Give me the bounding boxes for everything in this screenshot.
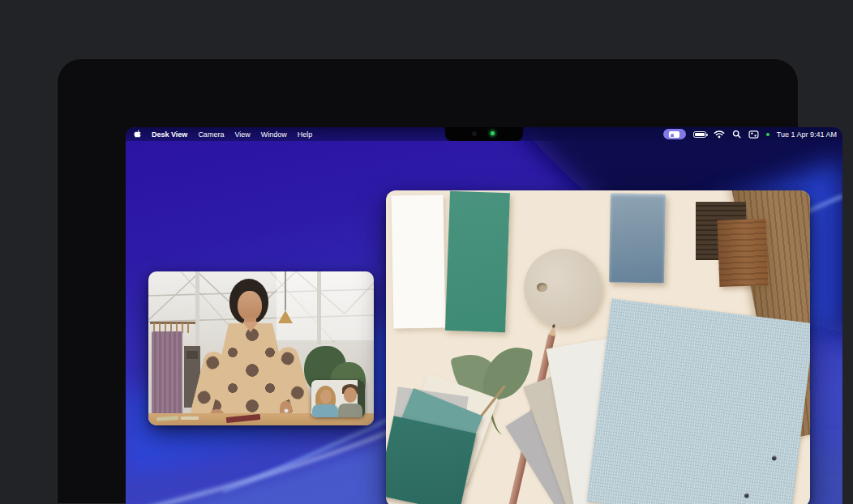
desk-swatch (181, 416, 199, 420)
menu-app-name[interactable]: Desk View (152, 130, 187, 139)
participant-man-face (344, 387, 357, 403)
apple-logo-icon[interactable] (134, 130, 141, 139)
laptop-screen: Desk View Camera View Window Help (126, 127, 842, 504)
participant-woman-face (320, 390, 332, 404)
call-participants-pip[interactable] (311, 380, 365, 417)
pendant-lamp (278, 310, 293, 323)
video-indicator-pill[interactable] (663, 129, 686, 139)
blue-gray-tile-sample (609, 193, 666, 283)
control-center-icon[interactable] (748, 130, 759, 139)
teal-tile-sample (445, 191, 510, 332)
laptop-bezel: Desk View Camera View Window Help (57, 58, 799, 504)
menu-camera[interactable]: Camera (198, 130, 224, 139)
fabric-grommet (771, 455, 777, 461)
menu-bar-clock[interactable]: Tue 1 Apr 9:41 AM (777, 130, 837, 139)
menu-view[interactable]: View (234, 130, 250, 139)
camera-active-dot (766, 133, 769, 136)
brown-wood-sample (718, 219, 769, 287)
loft-column (195, 271, 199, 348)
felt-disc-hole (537, 283, 547, 292)
camera-lens (472, 131, 477, 136)
loft-window-light (276, 271, 374, 340)
screen-share-icon (669, 131, 679, 138)
battery-icon[interactable] (693, 131, 706, 138)
search-icon[interactable] (732, 130, 741, 139)
participant-man-body (338, 404, 362, 417)
presenter-ring (285, 409, 288, 412)
fabric-swatch-blue (587, 299, 810, 504)
white-sample-card (392, 194, 446, 328)
menu-window[interactable]: Window (261, 130, 287, 139)
fabric-grommet (744, 493, 750, 498)
video-call-window[interactable] (148, 271, 374, 425)
camera-notch (445, 127, 523, 141)
desk-view-window[interactable] (386, 190, 810, 504)
hanging-garment (152, 331, 182, 422)
menu-help[interactable]: Help (298, 130, 313, 139)
presenter-face (238, 291, 262, 321)
loft-column (317, 271, 321, 344)
felt-disc-sample (524, 249, 602, 327)
wifi-icon[interactable] (714, 130, 725, 139)
participant-woman-body (312, 404, 338, 417)
camera-indicator-light (491, 131, 495, 135)
